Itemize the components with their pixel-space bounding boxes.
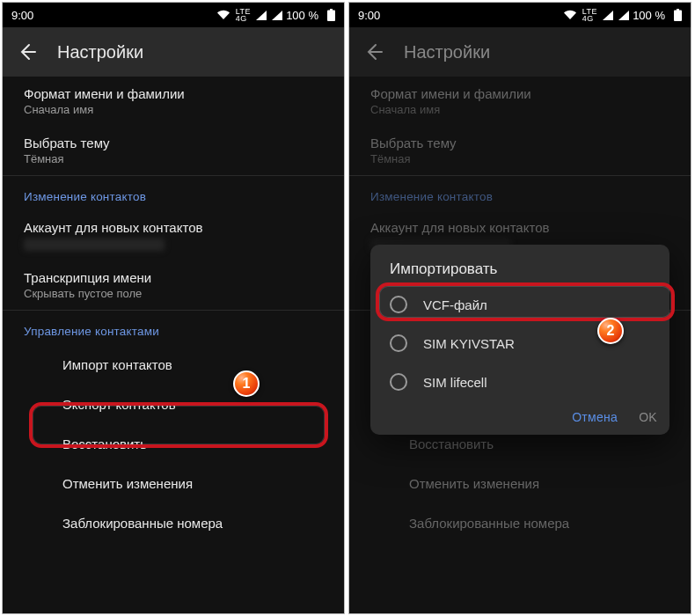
item-name-format: Формат имени и фамилии Сначала имя (349, 77, 691, 126)
page-title: Настройки (404, 42, 490, 62)
battery-pct: 100 % (286, 9, 318, 22)
option-label: SIM lifecell (423, 375, 487, 390)
setting-sublabel: Тёмная (370, 152, 669, 165)
wifi-icon (563, 10, 577, 20)
back-icon (362, 40, 386, 64)
item-undo-changes[interactable]: Отменить изменения (3, 464, 344, 503)
setting-label: Экспорт контактов (62, 397, 323, 412)
item-name-format[interactable]: Формат имени и фамилии Сначала имя (3, 77, 344, 126)
setting-sublabel: Скрывать пустое поле (24, 287, 323, 300)
radio-icon (390, 373, 407, 391)
battery-icon (674, 9, 682, 21)
option-label: SIM KYIVSTAR (423, 336, 515, 351)
battery-pct: 100 % (633, 9, 665, 22)
item-theme: Выбрать тему Тёмная (349, 126, 691, 175)
lte-icon: LTE4G (582, 8, 597, 22)
signal-icon-1 (256, 11, 267, 20)
item-account[interactable]: Аккаунт для новых контактов (3, 210, 344, 260)
import-option-vcf[interactable]: VCF-файл (370, 285, 669, 324)
svg-rect-2 (674, 11, 682, 22)
app-bar: Настройки (349, 27, 691, 77)
import-dialog: Импортировать VCF-файл SIM KYIVSTAR SIM … (370, 245, 669, 435)
wifi-icon (216, 10, 230, 20)
lte-icon: LTE4G (236, 8, 251, 22)
setting-sublabel: Сначала имя (370, 103, 669, 116)
import-option-sim2[interactable]: SIM lifecell (370, 363, 669, 401)
signal-icon-2 (272, 11, 282, 20)
settings-list[interactable]: Формат имени и фамилии Сначала имя Выбра… (3, 77, 344, 543)
import-option-sim1[interactable]: SIM KYIVSTAR (370, 324, 669, 363)
setting-label: Выбрать тему (24, 136, 323, 150)
status-bar: 9:00 LTE4G 100 % (3, 3, 344, 27)
status-time: 9:00 (358, 9, 380, 22)
setting-label: Заблокированные номера (62, 516, 323, 531)
ok-button[interactable]: OK (639, 410, 657, 424)
cancel-button[interactable]: Отмена (572, 410, 618, 424)
setting-label: Аккаунт для новых контактов (370, 220, 669, 235)
setting-label: Транскрипция имени (24, 270, 323, 285)
status-time: 9:00 (11, 9, 33, 22)
setting-label: Формат имени и фамилии (24, 86, 323, 101)
section-edit-contacts: Изменение контактов (3, 176, 344, 210)
setting-sublabel: Тёмная (24, 152, 323, 165)
item-transcription[interactable]: Транскрипция имени Скрывать пустое поле (3, 260, 344, 310)
dialog-actions: Отмена OK (370, 401, 669, 429)
item-blocked-numbers: Заблокированные номера (349, 503, 691, 543)
setting-label: Заблокированные номера (409, 516, 669, 531)
setting-label: Восстановить (409, 436, 669, 451)
page-title: Настройки (57, 42, 143, 62)
item-blocked-numbers[interactable]: Заблокированные номера (3, 503, 344, 543)
setting-label: Аккаунт для новых контактов (24, 220, 323, 235)
back-icon[interactable] (15, 40, 40, 64)
dialog-title: Импортировать (370, 260, 669, 285)
option-label: VCF-файл (423, 297, 487, 312)
status-bar: 9:00 LTE4G 100 % (349, 3, 691, 27)
phone-right: 9:00 LTE4G 100 % Настройки Формат имени … (348, 2, 691, 614)
phone-left: 9:00 LTE4G 100 % Настройки Формат имени … (2, 2, 345, 614)
svg-rect-3 (677, 9, 679, 11)
radio-icon (390, 296, 407, 313)
radio-icon (390, 334, 407, 352)
redacted-email (24, 238, 165, 251)
setting-label: Формат имени и фамилии (370, 86, 669, 101)
setting-label: Восстановить (62, 436, 323, 451)
item-undo-changes: Отменить изменения (349, 464, 691, 503)
signal-icon-2 (618, 11, 629, 20)
app-bar: Настройки (3, 27, 344, 77)
item-restore[interactable]: Восстановить (3, 424, 344, 464)
svg-rect-1 (330, 9, 333, 11)
item-export-contacts[interactable]: Экспорт контактов (3, 385, 344, 424)
setting-label: Отменить изменения (62, 476, 323, 491)
setting-label: Выбрать тему (370, 136, 669, 150)
section-manage-contacts: Управление контактами (3, 311, 344, 345)
item-theme[interactable]: Выбрать тему Тёмная (3, 126, 344, 175)
battery-icon (327, 9, 335, 21)
setting-sublabel: Сначала имя (24, 103, 323, 116)
svg-rect-0 (327, 11, 335, 22)
section-edit-contacts: Изменение контактов (349, 176, 691, 210)
setting-label: Отменить изменения (409, 476, 669, 491)
item-import-contacts[interactable]: Импорт контактов (3, 345, 344, 385)
setting-label: Импорт контактов (62, 357, 323, 372)
signal-icon-1 (603, 11, 613, 20)
